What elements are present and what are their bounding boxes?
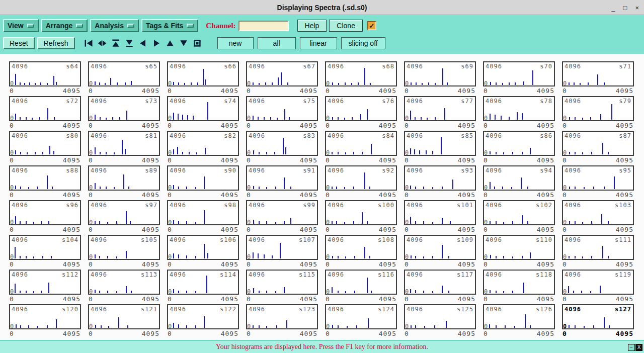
spectrum-panel[interactable]: 4096 s115 0: [246, 270, 318, 295]
spectrum-panel[interactable]: 4096 s85 0: [404, 131, 476, 156]
spectrum-panel[interactable]: 4096 s110 0: [483, 235, 555, 260]
spectrum-panel[interactable]: 4096 s112 0: [9, 270, 81, 295]
spectrum-panel[interactable]: 4096 s90 0: [167, 165, 239, 191]
linear-button[interactable]: linear: [300, 37, 337, 49]
spectrum-panel[interactable]: 4096 s122 0: [167, 304, 239, 329]
spectrum-panel[interactable]: 4096 s100 0: [325, 200, 397, 225]
step-right-button[interactable]: [150, 37, 163, 49]
spectrum-panel[interactable]: 4096 s109 0: [404, 235, 476, 260]
maximize-icon[interactable]: □: [623, 5, 627, 11]
page-down-button[interactable]: [123, 37, 136, 49]
spectrum-panel[interactable]: 4096 s127 0: [562, 304, 634, 329]
spectrum-panel[interactable]: 4096 s80 0: [9, 131, 81, 156]
all-button[interactable]: all: [258, 37, 296, 49]
spectrum-panel[interactable]: 4096 s75 0: [246, 96, 318, 121]
spectrum-panel[interactable]: 4096 s104 0: [9, 235, 81, 260]
spectrum-panel[interactable]: 4096 s79 0: [562, 96, 634, 121]
spectrum-panel[interactable]: 4096 s86 0: [483, 131, 555, 156]
step-up-button[interactable]: [164, 37, 177, 49]
spectrum-panel[interactable]: 4096 s66 0: [167, 61, 239, 86]
page-up-button[interactable]: [110, 37, 122, 49]
menu-view[interactable]: View: [3, 19, 39, 32]
menu-analysis[interactable]: Analysis: [90, 19, 139, 32]
spectrum-panel[interactable]: 4096 s87 0: [562, 131, 634, 156]
spectrum-panel[interactable]: 4096 s119 0: [562, 270, 634, 295]
spectrum-panel[interactable]: 4096 s84 0: [325, 131, 397, 156]
spectrum-panel[interactable]: 4096 s121 0: [88, 304, 160, 329]
option-menu-icon: [127, 24, 134, 28]
reset-button[interactable]: Reset: [3, 37, 35, 49]
spectrum-panel[interactable]: 4096 s108 0: [325, 235, 397, 260]
histogram-spike: [569, 152, 570, 154]
expand-horizontal-button[interactable]: [96, 37, 109, 49]
new-button[interactable]: new: [217, 37, 254, 49]
slicing-button[interactable]: slicing off: [341, 37, 385, 49]
clone-button[interactable]: Clone: [329, 20, 363, 32]
step-down-button[interactable]: [178, 37, 190, 49]
help-button[interactable]: Help: [297, 20, 327, 32]
spectrum-panel[interactable]: 4096 s107 0: [246, 235, 318, 260]
spectrum-panel[interactable]: 4096 s116 0: [325, 270, 397, 295]
spectrum-panel[interactable]: 4096 s103 0: [562, 200, 634, 225]
histogram-plot: [408, 308, 473, 328]
spectrum-cell: 4096 s118 0 0 4095: [483, 270, 555, 304]
spectrum-panel[interactable]: 4096 s81 0: [88, 131, 160, 156]
spectrum-panel[interactable]: 4096 s73 0: [88, 96, 160, 121]
spectrum-panel[interactable]: 4096 s123 0: [246, 304, 318, 329]
channel-label: Channel:: [206, 22, 235, 30]
spectrum-panel[interactable]: 4096 s78 0: [483, 96, 555, 121]
spectrum-panel[interactable]: 4096 s101 0: [404, 200, 476, 225]
spectrum-panel[interactable]: 4096 s113 0: [88, 270, 160, 295]
spectrum-panel[interactable]: 4096 s82 0: [167, 131, 239, 156]
histogram-spike: [178, 114, 179, 120]
close-icon[interactable]: ×: [635, 5, 639, 11]
spectrum-panel[interactable]: 4096 s111 0: [562, 235, 634, 260]
spectrum-panel[interactable]: 4096 s106 0: [167, 235, 239, 260]
spectrum-panel[interactable]: 4096 s68 0: [325, 61, 397, 86]
toggle-checkbox[interactable]: ✓: [367, 21, 376, 30]
spectrum-panel[interactable]: 4096 s117 0: [404, 270, 476, 295]
spectrum-panel[interactable]: 4096 s64 0: [9, 61, 81, 86]
channel-input[interactable]: [238, 21, 289, 31]
spectrum-panel[interactable]: 4096 s118 0: [483, 270, 555, 295]
skip-first-button[interactable]: [83, 37, 95, 49]
spectrum-panel[interactable]: 4096 s93 0: [404, 165, 476, 191]
spectrum-panel[interactable]: 4096 s114 0: [167, 270, 239, 295]
spectrum-panel[interactable]: 4096 s92 0: [325, 165, 397, 191]
spectrum-panel[interactable]: 4096 s77 0: [404, 96, 476, 121]
spectrum-panel[interactable]: 4096 s96 0: [9, 200, 81, 225]
zoom-box-button[interactable]: [191, 37, 204, 49]
spectrum-panel[interactable]: 4096 s105 0: [88, 235, 160, 260]
corner-close-icon[interactable]: X: [635, 344, 642, 351]
spectrum-panel[interactable]: 4096 s126 0: [483, 304, 555, 329]
refresh-button[interactable]: Refresh: [37, 37, 75, 49]
spectrum-panel[interactable]: 4096 s120 0: [9, 304, 81, 329]
spectrum-panel[interactable]: 4096 s94 0: [483, 165, 555, 191]
spectrum-panel[interactable]: 4096 s98 0: [167, 200, 239, 225]
x-max-label: 4095: [221, 191, 238, 199]
minimize-icon[interactable]: _: [611, 5, 615, 11]
corner-minimize-icon[interactable]: −: [628, 344, 635, 351]
spectrum-panel[interactable]: 4096 s72 0: [9, 96, 81, 121]
spectrum-panel[interactable]: 4096 s71 0: [562, 61, 634, 86]
spectrum-panel[interactable]: 4096 s67 0: [246, 61, 318, 86]
spectrum-panel[interactable]: 4096 s124 0: [325, 304, 397, 329]
spectrum-panel[interactable]: 4096 s91 0: [246, 165, 318, 191]
spectrum-panel[interactable]: 4096 s99 0: [246, 200, 318, 225]
spectrum-panel[interactable]: 4096 s97 0: [88, 200, 160, 225]
spectrum-panel[interactable]: 4096 s102 0: [483, 200, 555, 225]
step-left-button[interactable]: [137, 37, 149, 49]
spectrum-panel[interactable]: 4096 s76 0: [325, 96, 397, 121]
spectrum-panel[interactable]: 4096 s95 0: [562, 165, 634, 191]
spectrum-panel[interactable]: 4096 s74 0: [167, 96, 239, 121]
spectrum-panel[interactable]: 4096 s88 0: [9, 165, 81, 191]
spectrum-panel[interactable]: 4096 s125 0: [404, 304, 476, 329]
spectrum-panel[interactable]: 4096 s83 0: [246, 131, 318, 156]
spectrum-panel[interactable]: 4096 s89 0: [88, 165, 160, 191]
menu-tags-fits[interactable]: Tags & Fits: [141, 19, 198, 32]
spectrum-panel[interactable]: 4096 s70 0: [483, 61, 555, 86]
histogram-spike: [574, 82, 575, 85]
spectrum-panel[interactable]: 4096 s69 0: [404, 61, 476, 86]
spectrum-panel[interactable]: 4096 s65 0: [88, 61, 160, 86]
menu-arrange[interactable]: Arrange: [41, 19, 88, 32]
